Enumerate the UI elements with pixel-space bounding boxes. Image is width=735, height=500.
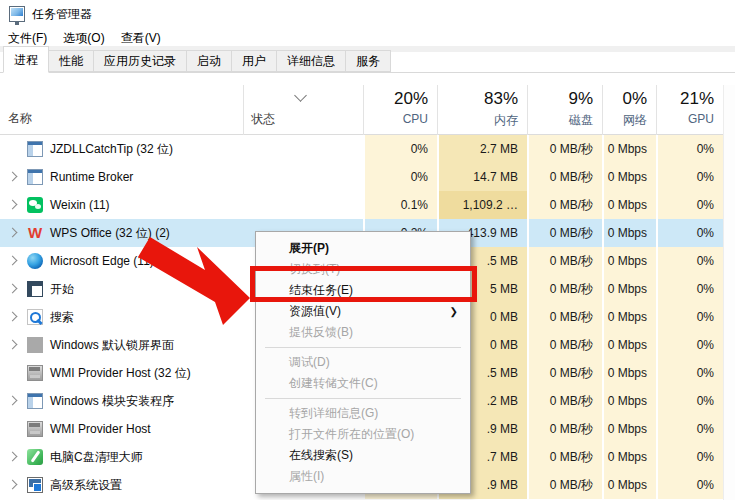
process-name-cell: WPS Office (32 位) (2) <box>0 219 243 247</box>
column-header-disk[interactable]: 9%磁盘 <box>527 85 602 135</box>
taskmgr-icon <box>9 6 25 22</box>
tab-0[interactable]: 进程 <box>3 46 49 73</box>
memory-cell: 14.7 MB <box>437 163 527 191</box>
gpu-cell: 0% <box>656 331 723 359</box>
network-cell: 0 Mbps <box>602 387 656 415</box>
column-header-memory[interactable]: 83%内存 <box>437 85 527 135</box>
process-row[interactable]: Runtime Broker0%14.7 MB0 MB/秒0 Mbps0% <box>0 163 723 191</box>
gpu-cell: 0% <box>656 163 723 191</box>
menubar-item-2[interactable]: 查看(V) <box>113 28 169 48</box>
process-name: 电脑C盘清理大师 <box>50 443 143 471</box>
lockscreen-icon <box>27 337 43 353</box>
tab-5[interactable]: 详细信息 <box>276 50 346 72</box>
network-cell: 0 Mbps <box>602 163 656 191</box>
menu-item-11[interactable]: 在线搜索(S) <box>256 445 470 466</box>
usage-percent: 83% <box>438 89 518 109</box>
usage-percent: 0% <box>603 89 647 109</box>
disk-cell: 0 MB/秒 <box>527 275 602 303</box>
tab-3[interactable]: 启动 <box>186 50 232 72</box>
tab-4[interactable]: 用户 <box>231 50 277 72</box>
cpu-cell: 0% <box>363 163 437 191</box>
disk-cell: 0 MB/秒 <box>527 443 602 471</box>
process-name: WPS Office (32 位) (2) <box>50 219 170 247</box>
wmi-icon <box>27 365 43 381</box>
disk-cell: 0 MB/秒 <box>527 247 602 275</box>
window-icon <box>27 169 43 185</box>
expand-chevron-icon[interactable] <box>8 452 18 462</box>
wps-icon <box>27 225 43 241</box>
network-cell: 0 Mbps <box>602 275 656 303</box>
menu-separator <box>265 347 461 348</box>
disk-cell: 0 MB/秒 <box>527 135 602 163</box>
cpu-cell: 0% <box>363 135 437 163</box>
disk-cell: 0 MB/秒 <box>527 303 602 331</box>
title-bar: 任务管理器 <box>0 0 735 28</box>
annotation-highlight-box <box>250 266 477 302</box>
tab-2[interactable]: 应用历史记录 <box>93 50 187 72</box>
expand-chevron-icon[interactable] <box>8 256 18 266</box>
column-header-status[interactable]: 状态 <box>243 85 364 135</box>
gpu-cell: 0% <box>656 303 723 331</box>
cleaner-icon <box>27 449 43 465</box>
submenu-arrow-icon: ❯ <box>450 301 458 322</box>
tab-strip: 进程性能应用历史记录启动用户详细信息服务 <box>0 46 735 73</box>
disk-cell: 0 MB/秒 <box>527 387 602 415</box>
column-header-name[interactable]: 名称 <box>8 110 32 127</box>
network-cell: 0 Mbps <box>602 443 656 471</box>
process-name-cell: WMI Provider Host <box>0 415 243 443</box>
process-name: 高级系统设置 <box>50 471 122 499</box>
column-header-gpu[interactable]: 21%GPU <box>656 85 723 135</box>
process-name-cell: Windows 默认锁屏界面 <box>0 331 243 359</box>
process-name: Microsoft Edge (11) <box>50 247 154 275</box>
tab-1[interactable]: 性能 <box>48 50 94 72</box>
expand-chevron-icon[interactable] <box>8 312 18 322</box>
network-cell: 0 Mbps <box>602 303 656 331</box>
gpu-cell: 0% <box>656 443 723 471</box>
expand-chevron-icon[interactable] <box>8 200 18 210</box>
network-cell: 0 Mbps <box>602 247 656 275</box>
expand-chevron-icon[interactable] <box>8 480 18 490</box>
disk-cell: 0 MB/秒 <box>527 163 602 191</box>
expand-chevron-icon[interactable] <box>8 172 18 182</box>
process-name: Weixin (11) <box>50 191 110 219</box>
gpu-cell: 0% <box>656 191 723 219</box>
menu-item-0[interactable]: 展开(P) <box>256 238 470 259</box>
tab-6[interactable]: 服务 <box>345 50 391 72</box>
gpu-cell: 0% <box>656 135 723 163</box>
process-list-header: 名称 状态 20%CPU83%内存9%磁盘0%网络21%GPU <box>0 85 723 135</box>
expand-chevron-icon[interactable] <box>8 284 18 294</box>
menubar-item-1[interactable]: 选项(O) <box>55 28 112 48</box>
network-cell: 0 Mbps <box>602 331 656 359</box>
process-row[interactable]: Weixin (11)0.1%1,109.2 …0 MB/秒0 Mbps0% <box>0 191 723 219</box>
column-header-network[interactable]: 0%网络 <box>602 85 656 135</box>
network-cell: 0 Mbps <box>602 415 656 443</box>
gpu-cell: 0% <box>656 247 723 275</box>
usage-label: CPU <box>364 112 428 126</box>
task-manager-window: 任务管理器 文件(F)选项(O)查看(V) 进程性能应用历史记录启动用户详细信息… <box>0 0 735 500</box>
process-name: 开始 <box>50 275 74 303</box>
process-name: JZDLLCatchTip (32 位) <box>50 135 173 163</box>
process-name-cell: 电脑C盘清理大师 <box>0 443 243 471</box>
menu-item-9: 转到详细信息(G) <box>256 403 470 424</box>
network-cell: 0 Mbps <box>602 219 656 247</box>
menubar-item-0[interactable]: 文件(F) <box>0 28 55 48</box>
menu-item-12: 属性(I) <box>256 466 470 487</box>
network-cell: 0 Mbps <box>602 191 656 219</box>
menu-item-3[interactable]: 资源值(V)❯ <box>256 301 470 322</box>
column-header-cpu[interactable]: 20%CPU <box>363 85 437 135</box>
expand-chevron-icon[interactable] <box>8 228 18 238</box>
process-row[interactable]: JZDLLCatchTip (32 位)0%2.7 MB0 MB/秒0 Mbps… <box>0 135 723 163</box>
network-cell: 0 Mbps <box>602 135 656 163</box>
wechat-icon <box>27 197 43 213</box>
expand-chevron-icon[interactable] <box>8 396 18 406</box>
process-name: Windows 模块安装程序 <box>50 387 174 415</box>
sysprops-icon <box>27 477 43 493</box>
process-name-cell: 高级系统设置 <box>0 471 243 499</box>
disk-cell: 0 MB/秒 <box>527 331 602 359</box>
gpu-cell: 0% <box>656 359 723 387</box>
process-name-cell: Weixin (11) <box>0 191 243 219</box>
usage-percent: 21% <box>657 89 714 109</box>
chevron-down-icon <box>294 89 307 102</box>
expand-chevron-icon[interactable] <box>8 340 18 350</box>
gpu-cell: 0% <box>656 471 723 499</box>
